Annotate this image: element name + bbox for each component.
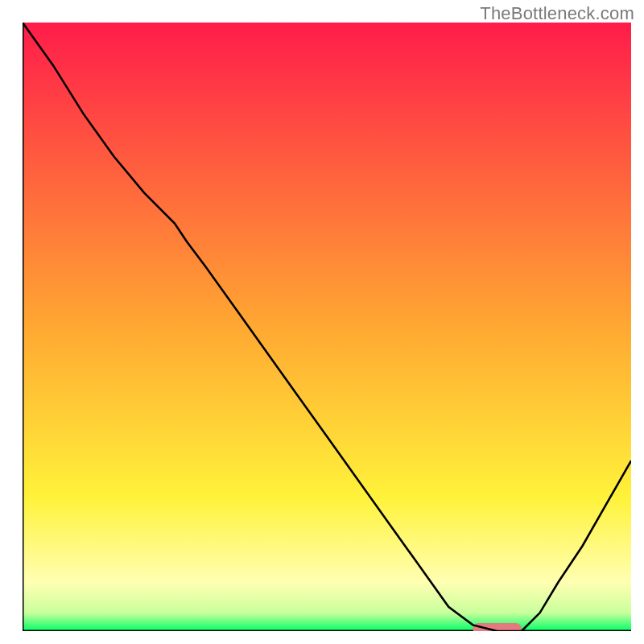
bottleneck-chart	[23, 23, 631, 631]
chart-svg	[23, 23, 631, 631]
watermark-text: TheBottleneck.com	[480, 3, 634, 24]
gradient-background	[23, 23, 631, 631]
